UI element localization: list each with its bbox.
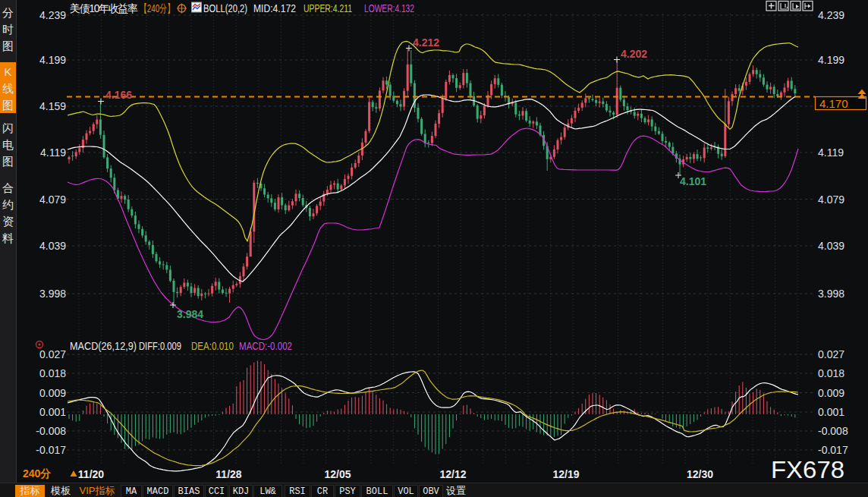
- svg-text:3.998: 3.998: [39, 288, 66, 300]
- svg-text:0.027: 0.027: [818, 348, 844, 360]
- svg-text:4.079: 4.079: [818, 193, 844, 206]
- svg-text:0.001: 0.001: [818, 406, 844, 418]
- svg-text:FX678: FX678: [771, 456, 844, 483]
- svg-text:4.039: 4.039: [39, 240, 66, 252]
- svg-text:美债10年收益率: 美债10年收益率: [70, 2, 138, 14]
- svg-text:0.027: 0.027: [39, 348, 66, 360]
- svg-text:LOWER:4.132: LOWER:4.132: [364, 2, 414, 14]
- svg-text:0.018: 0.018: [818, 367, 844, 379]
- svg-text:12/19: 12/19: [552, 468, 579, 480]
- svg-text:3.998: 3.998: [818, 288, 844, 300]
- svg-text:12/05: 12/05: [324, 468, 351, 480]
- svg-text:【240分】: 【240分】: [140, 2, 175, 14]
- svg-text:0.009: 0.009: [39, 387, 66, 399]
- svg-text:4.101: 4.101: [680, 175, 706, 187]
- svg-text:12/12: 12/12: [439, 468, 466, 480]
- svg-text:4.239: 4.239: [818, 9, 844, 21]
- svg-text:3.984: 3.984: [177, 308, 203, 320]
- svg-text:240分: 240分: [23, 467, 51, 480]
- svg-text:0.009: 0.009: [818, 387, 844, 399]
- svg-text:4.119: 4.119: [818, 146, 844, 159]
- svg-text:4.239: 4.239: [39, 9, 66, 21]
- svg-text:4.039: 4.039: [818, 240, 844, 252]
- svg-text:4.202: 4.202: [621, 48, 647, 60]
- svg-text:4.159: 4.159: [39, 100, 66, 112]
- svg-text:4.199: 4.199: [818, 54, 844, 66]
- svg-text:4.199: 4.199: [39, 54, 66, 66]
- svg-text:DIFF:0.009: DIFF:0.009: [139, 340, 181, 352]
- svg-text:12/30: 12/30: [687, 468, 713, 480]
- svg-text:0.001: 0.001: [39, 406, 66, 418]
- svg-text:UPPER:4.211: UPPER:4.211: [303, 2, 352, 14]
- svg-text:4.119: 4.119: [40, 146, 66, 159]
- svg-text:4.166: 4.166: [105, 89, 132, 101]
- svg-text:-0.017: -0.017: [36, 444, 66, 456]
- svg-text:4.079: 4.079: [39, 193, 66, 206]
- svg-text:MACD(26,12,9): MACD(26,12,9): [70, 340, 137, 352]
- svg-text:11/20: 11/20: [78, 468, 104, 480]
- svg-text:4.212: 4.212: [413, 36, 439, 49]
- svg-text:-0.008: -0.008: [818, 425, 848, 437]
- svg-text:BOLL(20,2): BOLL(20,2): [203, 2, 247, 14]
- svg-text:11/28: 11/28: [215, 468, 241, 480]
- svg-text:DEA:0.010: DEA:0.010: [191, 340, 234, 352]
- svg-text:0.018: 0.018: [39, 367, 66, 379]
- svg-text:4.170: 4.170: [819, 97, 848, 110]
- svg-text:-0.008: -0.008: [36, 425, 66, 437]
- svg-text:-0.017: -0.017: [818, 444, 848, 456]
- svg-text:MACD:-0.002: MACD:-0.002: [239, 340, 292, 352]
- svg-text:MID:4.172: MID:4.172: [253, 2, 296, 14]
